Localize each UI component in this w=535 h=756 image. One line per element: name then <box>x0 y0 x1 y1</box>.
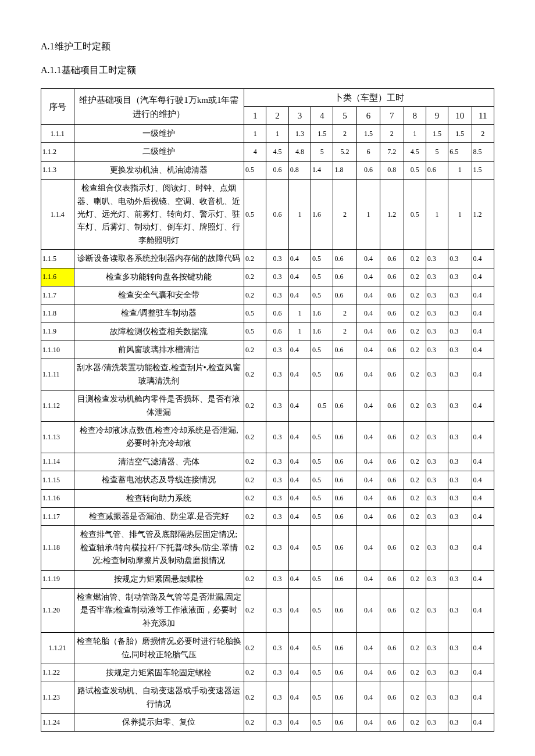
cell: 0.2 <box>404 250 426 268</box>
row-index: 1.1.6 <box>41 268 74 286</box>
cell: 0.2 <box>244 422 266 453</box>
cell: 0.2 <box>404 570 426 588</box>
th-idx: 序号 <box>41 89 74 125</box>
row-desc: 更换发动机油、机油滤清器 <box>74 161 244 179</box>
cell: 0.2 <box>404 471 426 489</box>
cell: 0.2 <box>244 633 266 664</box>
cell: 0.6 <box>380 422 404 453</box>
row-desc: 检查转向助力系统 <box>74 489 244 507</box>
heading-2: A.1.1基础项目工时定额 <box>41 65 494 77</box>
row-desc: 检查安全气囊和安全带 <box>74 286 244 304</box>
cell: 0.8 <box>380 161 404 179</box>
cell: 0.4 <box>472 323 494 341</box>
cell: 0.3 <box>448 359 472 390</box>
row-index: 1.1.18 <box>41 526 74 570</box>
table-row: 1.1.9故障检测仪检查相关数据流0.50.611.620.40.60.20.3… <box>41 323 494 341</box>
cell: 0.5 <box>311 633 333 664</box>
row-desc: 清洁空气滤清器、壳体 <box>74 453 244 471</box>
row-desc: 检查/调整驻车制动器 <box>74 304 244 323</box>
cell: 0.6 <box>380 682 404 714</box>
cell: 0.3 <box>426 304 448 323</box>
cell: 0.4 <box>356 286 380 304</box>
cell: 0.3 <box>448 250 472 268</box>
cell: 0.6 <box>333 633 356 664</box>
cell: 0.4 <box>472 588 494 632</box>
th-group: 卜类（车型）工时 <box>244 89 494 107</box>
cell: 0.4 <box>288 250 311 268</box>
cell: 0.2 <box>244 507 266 525</box>
cell: 0.4 <box>356 489 380 507</box>
cell: 0.4 <box>356 341 380 359</box>
quota-table: 序号 维护基础项目（汽车每行驶1万km或1年需进行的维护） 卜类（车型）工时 1… <box>41 88 494 732</box>
cell: 0.4 <box>356 507 380 525</box>
cell: 1.5 <box>472 161 494 179</box>
cell: 0.6 <box>380 507 404 525</box>
cell: 0.2 <box>244 664 266 682</box>
cell: 0.6 <box>266 161 288 179</box>
cell: 0.4 <box>288 489 311 507</box>
cell: 0.6 <box>380 304 404 323</box>
cell: 0.5 <box>244 304 266 323</box>
table-row: 1.1.6检查多功能转向盘各按键功能0.20.30.40.50.60.40.60… <box>41 268 494 286</box>
cell: 0.6 <box>380 250 404 268</box>
cell: 0.3 <box>426 664 448 682</box>
cell: 0.2 <box>404 304 426 323</box>
cell: 0.2 <box>404 507 426 525</box>
th-col-9: 9 <box>426 107 448 125</box>
cell: 4.5 <box>404 143 426 161</box>
row-index: 1.1.5 <box>41 250 74 268</box>
cell: 0.5 <box>244 180 266 250</box>
cell: 0.4 <box>288 268 311 286</box>
cell: 0.2 <box>404 422 426 453</box>
cell: 0.3 <box>266 588 288 632</box>
row-index: 1.1.23 <box>41 682 74 714</box>
th-col-7: 7 <box>380 107 404 125</box>
row-desc: 按规定力矩紧固悬架螺栓 <box>74 570 244 588</box>
cell: 0.3 <box>426 588 448 632</box>
cell: 0.3 <box>266 341 288 359</box>
cell: 0.6 <box>380 633 404 664</box>
cell: 0.5 <box>311 664 333 682</box>
cell: 0.5 <box>311 471 333 489</box>
row-index: 1.1.19 <box>41 570 74 588</box>
th-col-11: 11 <box>472 107 494 125</box>
cell: 1 <box>448 180 472 250</box>
th-col-8: 8 <box>404 107 426 125</box>
cell: 0.5 <box>404 180 426 250</box>
cell: 0.4 <box>356 268 380 286</box>
cell: 0.3 <box>266 570 288 588</box>
cell: 0.5 <box>311 250 333 268</box>
cell: 0.3 <box>426 714 448 732</box>
row-desc: 检查蓄电池状态及导线连接情况 <box>74 471 244 489</box>
cell: 0.3 <box>448 471 472 489</box>
cell: 0.4 <box>472 359 494 390</box>
cell: 0.6 <box>380 714 404 732</box>
cell: 0.3 <box>266 268 288 286</box>
table-row: 1.1.23路试检查发动机、自动变速器或手动变速器运行情况0.20.30.40.… <box>41 682 494 714</box>
cell: 0.3 <box>426 526 448 570</box>
row-index: 1.1.20 <box>41 588 74 632</box>
row-desc: 检查多功能转向盘各按键功能 <box>74 268 244 286</box>
cell: 0.4 <box>472 453 494 471</box>
cell: 0.4 <box>288 526 311 570</box>
row-desc: 路试检查发动机、自动变速器或手动变速器运行情况 <box>74 682 244 714</box>
cell: 7.2 <box>380 143 404 161</box>
cell: 0.5 <box>311 359 333 390</box>
cell: 0.3 <box>426 250 448 268</box>
cell: 0.3 <box>266 250 288 268</box>
cell: 0.5 <box>311 453 333 471</box>
cell: 0.3 <box>426 489 448 507</box>
cell: 0.4 <box>356 682 380 714</box>
row-desc: 一级维护 <box>74 125 244 143</box>
cell: 1 <box>288 304 311 323</box>
cell: 0.3 <box>448 714 472 732</box>
cell: 0.3 <box>266 526 288 570</box>
cell: 0.4 <box>472 682 494 714</box>
cell: 0.3 <box>266 682 288 714</box>
cell: 6 <box>356 143 380 161</box>
th-col-3: 3 <box>288 107 311 125</box>
cell: 0.3 <box>448 390 472 422</box>
cell: 0.3 <box>266 489 288 507</box>
cell: 0.3 <box>426 471 448 489</box>
cell: 6.5 <box>448 143 472 161</box>
